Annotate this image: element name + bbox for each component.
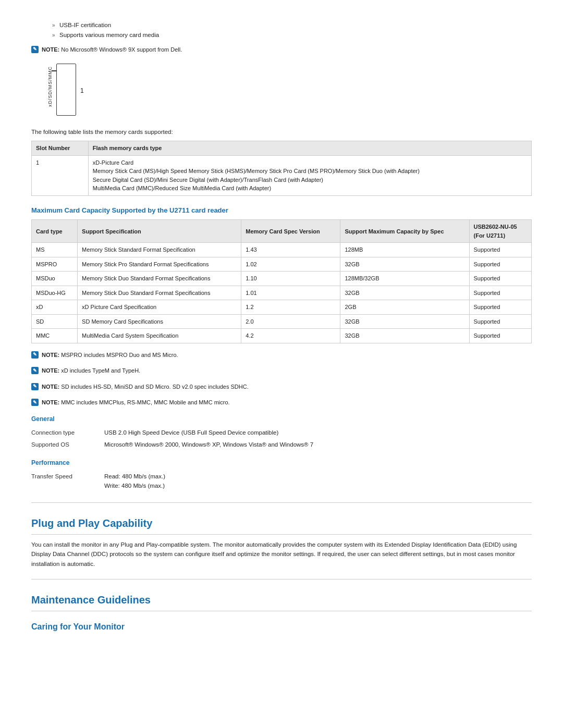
table-row: SD SD Memory Card Specifications 2.0 32G… [32,314,532,329]
capacity-heading: Maximum Card Capacity Supported by the U… [31,205,532,216]
capacity-header-spec: Support Specification [78,220,241,243]
support-msduohg: Supported [469,286,532,300]
transfer-speed-label: Transfer Speed [31,471,99,492]
caring-subheading: Caring for Your Monitor [31,621,532,633]
table-row: Transfer Speed Read: 480 Mb/s (max.) Wri… [31,471,532,492]
performance-spec-table: Transfer Speed Read: 480 Mb/s (max.) Wri… [31,471,532,492]
support-mspro: Supported [469,257,532,272]
flash-type-3: Secure Digital Card (SD)/Mini Secure Dig… [93,176,527,184]
cap-xd: 2GB [340,300,469,315]
ver-xd: 1.2 [241,300,340,315]
note-windows9x: ✎ NOTE: No Microsoft® Windows® 9X suppor… [31,45,532,54]
transfer-speed-values: Read: 480 Mb/s (max.) Write: 480 Mb/s (m… [99,471,532,492]
capacity-header-maxcap: Support Maximum Capacity by Spec [340,220,469,243]
slot-number: 1 [80,86,84,95]
note-icon-xd: ✎ [31,367,39,374]
table-row: MMC MultiMedia Card System Specification… [32,329,532,343]
spec-mspro: Memory Stick Pro Standard Format Specifi… [78,257,241,272]
spec-xd: xD Picture Card Specification [78,300,241,315]
note-sd: ✎ NOTE: SD includes HS-SD, MiniSD and SD… [31,382,532,391]
support-ms: Supported [469,243,532,257]
spec-msduo: Memory Stick Duo Standard Format Specifi… [78,272,241,286]
slot-table-header-type: Flash memory cards type [88,141,531,156]
ver-ms: 1.43 [241,243,340,257]
spec-sd: SD Memory Card Specifications [78,314,241,329]
feature-bullets: USB-IF certification Supports various me… [52,21,532,40]
table-row: MS Memory Stick Standard Format Specific… [32,243,532,257]
card-type-msduohg: MSDuo-HG [32,286,78,300]
table-caption: The following table lists the memory car… [31,128,532,137]
ver-msduo: 1.10 [241,272,340,286]
spec-msduohg: Memory Stick Duo Standard Format Specifi… [78,286,241,300]
slot-diagram: xD/SD/MS/MMC 1 [47,61,89,118]
card-type-xd: xD [32,300,78,315]
ver-mmc: 4.2 [241,329,340,343]
table-row: 1 xD-Picture Card Memory Stick Card (MS)… [32,155,532,195]
read-speed: Read: 480 Mb/s (max.) [104,472,532,481]
write-speed: Write: 480 Mb/s (max.) [104,482,532,490]
table-row: MSPRO Memory Stick Pro Standard Format S… [32,257,532,272]
slot-number-cell: 1 [32,155,89,195]
cap-mmc: 32GB [340,329,469,343]
flash-type-2: Memory Stick Card (MS)/High Speed Memory… [93,167,527,176]
maintenance-heading: Maintenance Guidelines [31,592,532,611]
note-icon: ✎ [31,46,39,53]
slot-table-header-slot: Slot Number [32,141,89,156]
capacity-header-specver: Memory Card Spec Version [241,220,340,243]
cap-ms: 128MB [340,243,469,257]
card-type-msduo: MSDuo [32,272,78,286]
ver-sd: 2.0 [241,314,340,329]
cap-msduohg: 32GB [340,286,469,300]
capacity-table: Card type Support Specification Memory C… [31,219,532,343]
note-icon-mspro: ✎ [31,351,39,359]
supported-os-label: Supported OS [31,439,99,451]
connection-type-label: Connection type [31,427,99,439]
general-heading: General [31,414,532,424]
slot-label: xD/SD/MS/MMC [47,66,54,107]
table-row: MSDuo-HG Memory Stick Duo Standard Forma… [32,286,532,300]
note-mmc: ✎ NOTE: MMC includes MMCPlus, RS-MMC, MM… [31,398,532,407]
capacity-header-cardtype: Card type [32,220,78,243]
table-row: Supported OS Microsoft® Windows® 2000, W… [31,439,532,451]
slot-body [56,64,76,116]
plug-play-description: You can install the monitor in any Plug … [31,540,532,569]
card-type-mspro: MSPRO [32,257,78,272]
table-row: MSDuo Memory Stick Duo Standard Format S… [32,272,532,286]
flash-type-1: xD-Picture Card [93,158,527,167]
cap-msduo: 128MB/32GB [340,272,469,286]
plug-play-heading: Plug and Play Capability [31,515,532,535]
general-spec-table: Connection type USB 2.0 High Speed Devic… [31,427,532,451]
flash-type-4: MultiMedia Card (MMC)/Reduced Size Multi… [93,184,527,193]
capacity-header-usb: USB2602-NU-05(For U2711) [469,220,532,243]
support-sd: Supported [469,314,532,329]
card-type-sd: SD [32,314,78,329]
flash-types-cell: xD-Picture Card Memory Stick Card (MS)/H… [88,155,531,195]
divider-1 [31,502,532,503]
support-xd: Supported [469,300,532,315]
note-mspro-text: NOTE: MSPRO includes MSPRO Duo and MS Mi… [42,351,178,360]
table-row: Connection type USB 2.0 High Speed Devic… [31,427,532,439]
connection-type-value: USB 2.0 High Speed Device (USB Full Spee… [99,427,532,439]
note-xd: ✎ NOTE: xD includes TypeM and TypeH. [31,366,532,375]
table-row: xD xD Picture Card Specification 1.2 2GB… [32,300,532,315]
note-mmc-text: NOTE: MMC includes MMCPlus, RS-MMC, MMC … [42,398,230,407]
spec-mmc: MultiMedia Card System Specification [78,329,241,343]
spec-ms: Memory Stick Standard Format Specificati… [78,243,241,257]
cap-sd: 32GB [340,314,469,329]
note-xd-text: NOTE: xD includes TypeM and TypeH. [42,366,140,375]
cap-mspro: 32GB [340,257,469,272]
slot-table: Slot Number Flash memory cards type 1 xD… [31,141,532,196]
support-msduo: Supported [469,272,532,286]
divider-2 [31,579,532,579]
supported-os-value: Microsoft® Windows® 2000, Windows® XP, W… [99,439,532,451]
card-reader-diagram: xD/SD/MS/MMC 1 [47,61,532,118]
note-icon-sd: ✎ [31,383,39,390]
performance-heading: Performance [31,458,532,467]
note-mspro: ✎ NOTE: MSPRO includes MSPRO Duo and MS … [31,351,532,360]
ver-mspro: 1.02 [241,257,340,272]
card-type-mmc: MMC [32,329,78,343]
note-windows9x-text: NOTE: No Microsoft® Windows® 9X support … [42,45,182,54]
memory-support-bullet: Supports various memory card media [52,31,532,40]
support-mmc: Supported [469,329,532,343]
usb-cert-bullet: USB-IF certification [52,21,532,30]
